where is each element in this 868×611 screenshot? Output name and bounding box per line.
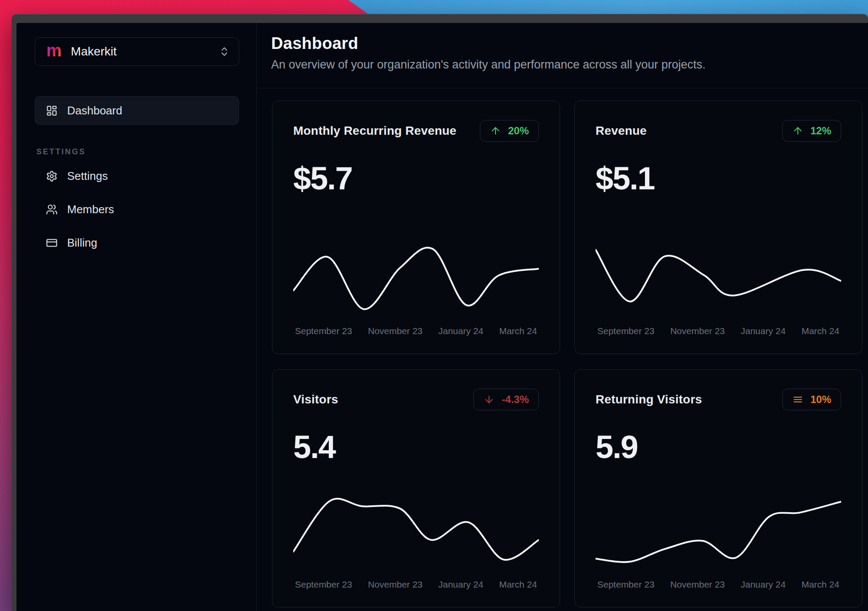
- trend-value: -4.3%: [502, 393, 529, 406]
- axis-tick: November 23: [368, 326, 422, 336]
- users-icon: [46, 204, 58, 215]
- sparkline-chart: [596, 495, 841, 568]
- workspace-name: Makerkit: [71, 45, 117, 58]
- sidebar-item-settings[interactable]: Settings: [35, 162, 239, 190]
- axis-tick: March 24: [499, 579, 537, 590]
- app-content: m Makerkit Dashboard SETTINGS: [16, 23, 868, 611]
- trend-value: 12%: [810, 125, 831, 137]
- x-axis-labels: September 23 November 23 January 24 Marc…: [293, 326, 539, 336]
- sidebar-item-members[interactable]: Members: [35, 195, 239, 224]
- axis-tick: November 23: [670, 326, 725, 336]
- card-title: Visitors: [293, 393, 338, 406]
- sparkline-chart: [596, 242, 841, 315]
- axis-tick: September 23: [597, 326, 654, 336]
- axis-tick: January 24: [741, 579, 786, 590]
- x-axis-labels: September 23 November 23 January 24 Marc…: [293, 579, 539, 590]
- card-title: Revenue: [596, 124, 647, 138]
- app-window: m Makerkit Dashboard SETTINGS: [12, 14, 868, 611]
- main-area: Dashboard An overview of your organizati…: [257, 23, 868, 611]
- dashboard-grid-icon: [46, 105, 58, 117]
- axis-tick: September 23: [295, 326, 352, 336]
- metric-value: 5.9: [596, 429, 841, 465]
- sidebar-item-label: Billing: [67, 236, 97, 250]
- sidebar-section-settings: SETTINGS: [36, 147, 239, 156]
- card-monthly-recurring-revenue: Monthly Recurring Revenue 20% $5.7 Septe…: [272, 101, 560, 354]
- metric-value: $5.1: [596, 160, 841, 197]
- card-returning-visitors: Returning Visitors 10% 5.9 September 23 …: [574, 369, 862, 608]
- sidebar-item-label: Members: [67, 203, 114, 216]
- axis-tick: September 23: [295, 579, 352, 590]
- arrow-down-icon: [483, 394, 495, 405]
- trend-badge: 10%: [782, 389, 841, 410]
- axis-tick: November 23: [670, 579, 725, 590]
- menu-lines-icon: [792, 394, 803, 405]
- sidebar-nav: Dashboard SETTINGS Settings Members: [35, 96, 239, 257]
- axis-tick: January 24: [438, 579, 483, 590]
- page-header: Dashboard An overview of your organizati…: [257, 23, 868, 88]
- sidebar: m Makerkit Dashboard SETTINGS: [16, 23, 257, 611]
- makerkit-logo: m: [46, 42, 62, 59]
- trend-badge: -4.3%: [473, 389, 539, 410]
- metric-cards-grid: Monthly Recurring Revenue 20% $5.7 Septe…: [257, 88, 868, 611]
- sidebar-item-dashboard[interactable]: Dashboard: [35, 96, 239, 125]
- axis-tick: January 24: [741, 326, 786, 336]
- gear-icon: [46, 170, 58, 182]
- page-subtitle: An overview of your organization's activ…: [271, 58, 848, 72]
- card-visitors: Visitors -4.3% 5.4 September 23 November…: [272, 369, 560, 608]
- sparkline-chart: [293, 495, 539, 568]
- arrow-up-icon: [792, 125, 803, 136]
- metric-value: 5.4: [293, 429, 539, 465]
- metric-value: $5.7: [293, 160, 539, 197]
- trend-value: 10%: [810, 393, 831, 406]
- credit-card-icon: [46, 237, 58, 249]
- axis-tick: November 23: [368, 579, 422, 590]
- x-axis-labels: September 23 November 23 January 24 Marc…: [596, 326, 841, 336]
- workspace-selector[interactable]: m Makerkit: [35, 37, 239, 66]
- x-axis-labels: September 23 November 23 January 24 Marc…: [596, 579, 841, 590]
- trend-value: 20%: [508, 125, 529, 137]
- sidebar-item-label: Settings: [67, 169, 108, 183]
- card-title: Returning Visitors: [596, 393, 702, 406]
- axis-tick: September 23: [597, 579, 654, 590]
- chevrons-up-down-icon: [219, 46, 230, 57]
- card-title: Monthly Recurring Revenue: [293, 124, 457, 138]
- axis-tick: March 24: [801, 326, 839, 336]
- card-revenue: Revenue 12% $5.1 September 23 November 2…: [574, 101, 862, 354]
- axis-tick: March 24: [499, 326, 537, 336]
- axis-tick: January 24: [438, 326, 483, 336]
- sparkline-chart: [293, 242, 539, 315]
- sidebar-item-billing[interactable]: Billing: [35, 228, 239, 257]
- axis-tick: March 24: [801, 579, 839, 590]
- trend-badge: 12%: [782, 120, 841, 142]
- page-title: Dashboard: [271, 34, 848, 53]
- trend-badge: 20%: [480, 120, 539, 142]
- sidebar-item-label: Dashboard: [67, 104, 122, 117]
- arrow-up-icon: [490, 125, 501, 136]
